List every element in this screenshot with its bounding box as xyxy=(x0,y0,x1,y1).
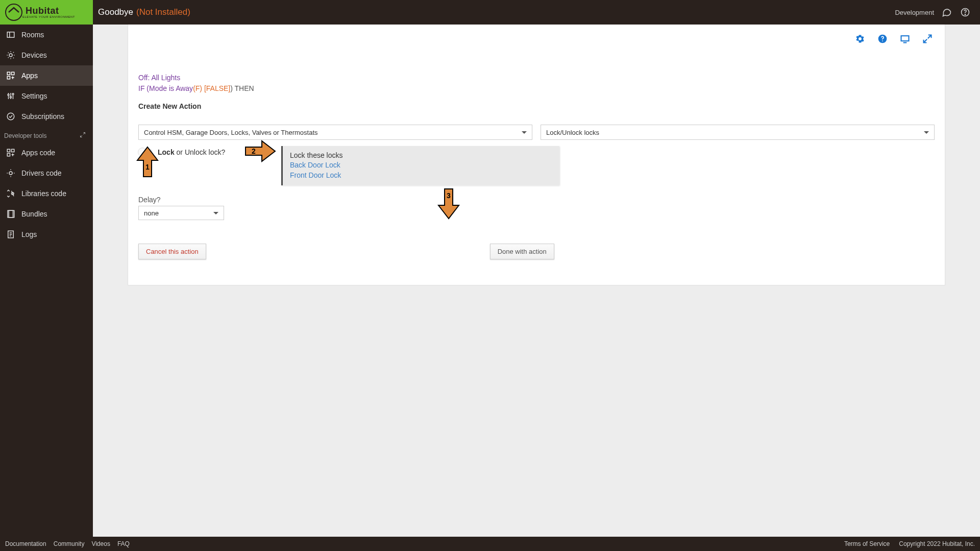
dropdown-value: Control HSM, Garage Doors, Locks, Valves… xyxy=(144,129,318,136)
footer-link-videos[interactable]: Videos xyxy=(91,540,110,547)
sidebar-item-label: Settings xyxy=(21,92,47,100)
page-title: Goodbye (Not Installed) xyxy=(93,7,190,17)
footer-link-community[interactable]: Community xyxy=(54,540,85,547)
bundles-icon xyxy=(6,209,15,219)
sidebar-item-libraries-code[interactable]: Libraries code xyxy=(0,183,93,204)
sidebar-item-rooms[interactable]: Rooms xyxy=(0,25,93,45)
logo-tagline: ELEVATE YOUR ENVIRONMENT xyxy=(22,15,75,18)
footer-link-faq[interactable]: FAQ xyxy=(117,540,130,547)
footer-tos[interactable]: Terms of Service xyxy=(844,540,890,547)
development-label[interactable]: Development xyxy=(895,9,934,16)
apps-icon xyxy=(6,71,15,80)
sidebar-item-label: Devices xyxy=(21,51,47,59)
button-row: Cancel this action Done with action xyxy=(138,244,935,259)
action-dropdown-row: Control HSM, Garage Doors, Locks, Valves… xyxy=(138,125,935,140)
delay-dropdown[interactable]: none xyxy=(138,206,224,220)
title-status: (Not Installed) xyxy=(136,7,190,17)
sidebar-item-label: Drivers code xyxy=(21,169,62,177)
expand-icon[interactable] xyxy=(922,34,933,44)
collapse-icon[interactable] xyxy=(80,132,86,139)
logo-name: Hubitat xyxy=(26,6,59,16)
sidebar-item-label: Apps code xyxy=(21,149,55,157)
cancel-action-button[interactable]: Cancel this action xyxy=(138,244,206,259)
svg-rect-11 xyxy=(7,149,10,152)
drivers-code-icon xyxy=(6,169,15,178)
footer-copyright: Copyright 2022 Hubitat, Inc. xyxy=(899,540,975,547)
logs-icon xyxy=(6,230,15,239)
svg-rect-4 xyxy=(7,72,10,75)
libraries-code-icon xyxy=(6,189,15,198)
svg-point-10 xyxy=(7,113,14,120)
svg-point-9 xyxy=(12,93,14,95)
svg-point-3 xyxy=(9,54,12,57)
panel-toolbar xyxy=(855,34,933,44)
title-text: Goodbye xyxy=(98,7,133,17)
devices-icon xyxy=(6,51,15,60)
delay-value: none xyxy=(144,209,159,217)
main: Off: All Lights IF (Mode is Away(F) [FAL… xyxy=(93,25,980,537)
svg-point-8 xyxy=(10,97,12,98)
topbar: Hubitat ELEVATE YOUR ENVIRONMENT Goodbye… xyxy=(0,0,980,25)
lock-unlock-toggle[interactable] xyxy=(138,149,153,156)
done-action-button[interactable]: Done with action xyxy=(490,244,554,259)
lock-item[interactable]: Back Door Lock xyxy=(290,160,552,171)
apps-code-icon xyxy=(6,148,15,157)
svg-rect-13 xyxy=(7,154,10,156)
dropdown-value: Lock/Unlock locks xyxy=(546,129,599,136)
sidebar-item-label: Rooms xyxy=(21,31,44,39)
sidebar-item-label: Logs xyxy=(21,230,37,238)
sidebar-item-subscriptions[interactable]: Subscriptions xyxy=(0,106,93,127)
sidebar-item-apps-code[interactable]: Apps code xyxy=(0,142,93,163)
toggle-label: Lock or Unlock lock? xyxy=(158,148,225,156)
rule-line-2: IF (Mode is Away(F) [FALSE]) THEN xyxy=(138,83,935,94)
toggle-row: Lock or Unlock lock? Lock these locks Ba… xyxy=(138,146,935,185)
sidebar-item-settings[interactable]: Settings xyxy=(0,86,93,106)
topbar-right: Development xyxy=(895,7,980,18)
logo[interactable]: Hubitat ELEVATE YOUR ENVIRONMENT xyxy=(0,0,93,25)
panel: Off: All Lights IF (Mode is Away(F) [FAL… xyxy=(128,25,945,285)
sidebar-item-bundles[interactable]: Bundles xyxy=(0,204,93,224)
svg-point-1 xyxy=(965,14,965,15)
create-action-header: Create New Action xyxy=(138,102,935,110)
sidebar-item-drivers-code[interactable]: Drivers code xyxy=(0,163,93,183)
action-category-dropdown[interactable]: Control HSM, Garage Doors, Locks, Valves… xyxy=(138,125,532,140)
toggle-label-rest: or Unlock lock? xyxy=(175,148,226,156)
svg-rect-12 xyxy=(12,149,14,152)
logo-icon xyxy=(5,4,22,21)
settings-icon xyxy=(6,91,15,101)
footer-link-documentation[interactable]: Documentation xyxy=(5,540,46,547)
svg-rect-21 xyxy=(901,36,909,41)
sidebar-item-label: Bundles xyxy=(21,210,47,218)
sidebar-item-label: Libraries code xyxy=(21,189,66,198)
svg-point-7 xyxy=(8,94,9,95)
gear-icon[interactable] xyxy=(855,34,865,44)
chat-icon[interactable] xyxy=(941,7,952,18)
sidebar-item-devices[interactable]: Devices xyxy=(0,45,93,65)
rule-if-false: (F) [FALSE] xyxy=(193,84,230,92)
svg-point-14 xyxy=(9,172,12,175)
help-circle-icon[interactable] xyxy=(877,34,888,44)
lock-item[interactable]: Front Door Lock xyxy=(290,171,552,181)
rule-if-then: ) THEN xyxy=(230,84,254,92)
sidebar-item-label: Apps xyxy=(21,71,38,80)
dev-tools-label: Developer tools xyxy=(4,132,46,139)
sidebar-item-label: Subscriptions xyxy=(21,112,64,121)
caret-down-icon xyxy=(522,131,527,134)
svg-point-20 xyxy=(882,40,883,41)
toggle-label-bold: Lock xyxy=(158,148,175,156)
dev-tools-header[interactable]: Developer tools xyxy=(0,127,93,142)
svg-rect-5 xyxy=(12,72,14,75)
svg-rect-2 xyxy=(7,32,14,38)
help-icon[interactable] xyxy=(960,7,971,18)
monitor-icon[interactable] xyxy=(900,34,910,44)
lock-list-panel[interactable]: Lock these locks Back Door Lock Front Do… xyxy=(281,146,559,185)
subscriptions-icon xyxy=(6,112,15,121)
rule-lines: Off: All Lights IF (Mode is Away(F) [FAL… xyxy=(138,73,935,94)
content: Off: All Lights IF (Mode is Away(F) [FAL… xyxy=(128,32,945,265)
delay-block: Delay? none xyxy=(138,196,935,220)
svg-rect-6 xyxy=(7,77,10,79)
sidebar-item-apps[interactable]: Apps xyxy=(0,65,93,86)
sidebar: Rooms Devices Apps Settings Subscription… xyxy=(0,25,93,537)
sidebar-item-logs[interactable]: Logs xyxy=(0,224,93,245)
action-type-dropdown[interactable]: Lock/Unlock locks xyxy=(541,125,935,140)
